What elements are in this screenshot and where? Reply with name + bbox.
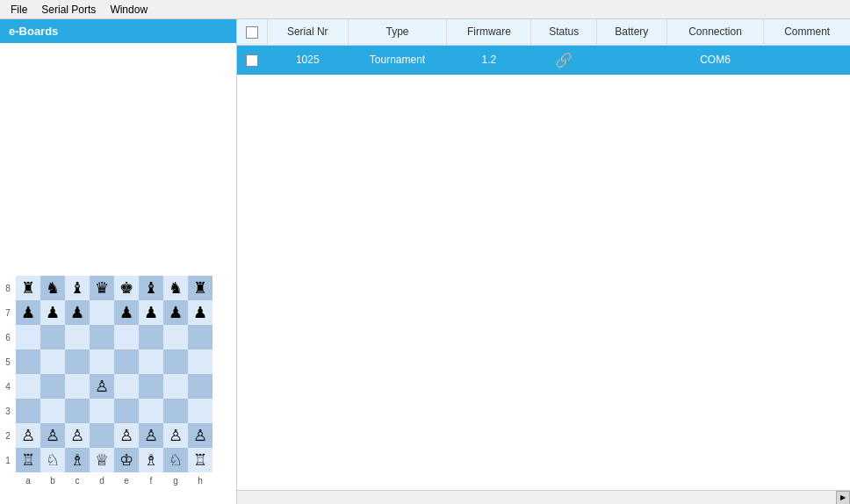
board-cell: ♖ [16, 448, 40, 472]
board-cell: ♝ [139, 276, 163, 300]
chess-piece: ♟ [144, 305, 158, 320]
col-serial-nr: Serial Nr [268, 19, 349, 45]
table-container: Serial Nr Type Firmware Status Battery C… [237, 19, 850, 490]
board-cell [65, 325, 90, 349]
board-cell: ♞ [163, 276, 188, 300]
row-checkbox[interactable] [246, 54, 258, 67]
menu-window[interactable]: Window [103, 2, 155, 18]
chess-piece: ♖ [21, 452, 35, 468]
chess-piece: ♙ [193, 428, 207, 443]
col-firmware: Firmware [447, 19, 531, 45]
chess-piece: ♙ [95, 378, 109, 394]
cell-status: 🔗 [531, 45, 596, 75]
chess-piece: ♙ [21, 428, 35, 443]
chess-piece: ♜ [193, 280, 207, 296]
board-cell [16, 325, 40, 349]
board-cell [188, 399, 212, 423]
chess-piece: ♙ [70, 428, 84, 443]
chess-board: 8♜♞♝♛♚♝♞♜7♟♟♟♟♟♟♟654♙32♙♙♙♙♙♙♙1♖♘♗♕♔♗♘♖a… [0, 276, 228, 488]
chess-piece: ♕ [95, 452, 109, 468]
file-label: f [139, 472, 163, 488]
board-cell [40, 325, 65, 349]
chess-piece: ♘ [169, 452, 183, 468]
scroll-right-btn[interactable]: ▶ [836, 491, 850, 505]
board-cell [114, 399, 139, 423]
board-cell [16, 374, 40, 399]
menu-serial-ports[interactable]: Serial Ports [34, 2, 103, 18]
board-cell [65, 374, 90, 399]
board-cell: ♟ [163, 300, 188, 325]
rank-label: 2 [0, 423, 16, 448]
board-cell [90, 349, 114, 374]
header-checkbox[interactable] [246, 26, 258, 39]
cell-comment [764, 45, 850, 75]
board-cell [114, 374, 139, 399]
board-cell [40, 399, 65, 423]
main-container: e-Boards 8♜♞♝♛♚♝♞♜7♟♟♟♟♟♟♟654♙32♙♙♙♙♙♙♙1… [0, 19, 850, 504]
board-cell [90, 325, 114, 349]
board-cell [139, 325, 163, 349]
sidebar-content [0, 43, 236, 276]
rank-label: 1 [0, 448, 16, 472]
chess-piece: ♔ [119, 452, 133, 468]
board-cell [188, 349, 212, 374]
cell-firmware: 1.2 [447, 45, 531, 75]
table-body: 1025 Tournament 1.2 🔗 COM6 [237, 45, 850, 75]
file-label: h [188, 472, 212, 488]
file-label: c [65, 472, 90, 488]
chess-piece: ♙ [119, 428, 133, 443]
rank-label: 5 [0, 349, 16, 374]
board-cell: ♕ [90, 448, 114, 472]
board-cell [163, 374, 188, 399]
right-panel: Serial Nr Type Firmware Status Battery C… [237, 19, 850, 504]
board-cell: ♝ [65, 276, 90, 300]
chess-piece: ♟ [119, 305, 133, 320]
board-cell: ♔ [114, 448, 139, 472]
rank-label: 3 [0, 399, 16, 423]
board-cell: ♟ [139, 300, 163, 325]
rank-label: 6 [0, 325, 16, 349]
col-comment: Comment [764, 19, 850, 45]
board-cell: ♙ [188, 423, 212, 448]
board-cell: ♟ [114, 300, 139, 325]
chess-piece: ♟ [169, 305, 183, 320]
chess-piece: ♝ [70, 280, 84, 296]
file-label: g [163, 472, 188, 488]
chess-area: 8♜♞♝♛♚♝♞♜7♟♟♟♟♟♟♟654♙32♙♙♙♙♙♙♙1♖♘♗♕♔♗♘♖a… [0, 276, 236, 504]
board-cell [163, 399, 188, 423]
chess-piece: ♙ [169, 428, 183, 443]
board-cell: ♙ [40, 423, 65, 448]
board-cell: ♛ [90, 276, 114, 300]
menu-file[interactable]: File [4, 2, 34, 18]
board-cell [114, 325, 139, 349]
file-label: e [114, 472, 139, 488]
board-cell [65, 349, 90, 374]
sidebar-title: e-Boards [0, 19, 236, 43]
file-label: d [90, 472, 114, 488]
table-row[interactable]: 1025 Tournament 1.2 🔗 COM6 [237, 45, 850, 75]
board-cell: ♟ [16, 300, 40, 325]
board-cell: ♗ [65, 448, 90, 472]
board-cell: ♞ [40, 276, 65, 300]
board-cell [163, 325, 188, 349]
rank-label: 4 [0, 374, 16, 399]
board-cell [114, 349, 139, 374]
panel-bottom: ▶ [237, 490, 850, 504]
board-cell: ♙ [16, 423, 40, 448]
rank-label: 7 [0, 300, 16, 325]
cell-type: Tournament [348, 45, 447, 75]
board-cell: ♙ [114, 423, 139, 448]
board-cell [139, 349, 163, 374]
table-header-row: Serial Nr Type Firmware Status Battery C… [237, 19, 850, 45]
col-battery: Battery [596, 19, 666, 45]
board-cell: ♙ [65, 423, 90, 448]
chess-piece: ♛ [95, 280, 109, 296]
board-cell: ♜ [16, 276, 40, 300]
menubar: File Serial Ports Window [0, 0, 850, 19]
col-checkbox [237, 19, 268, 45]
chess-piece: ♜ [21, 280, 35, 296]
board-cell [90, 300, 114, 325]
board-cell [16, 399, 40, 423]
chess-piece: ♞ [46, 280, 60, 296]
col-type: Type [348, 19, 447, 45]
